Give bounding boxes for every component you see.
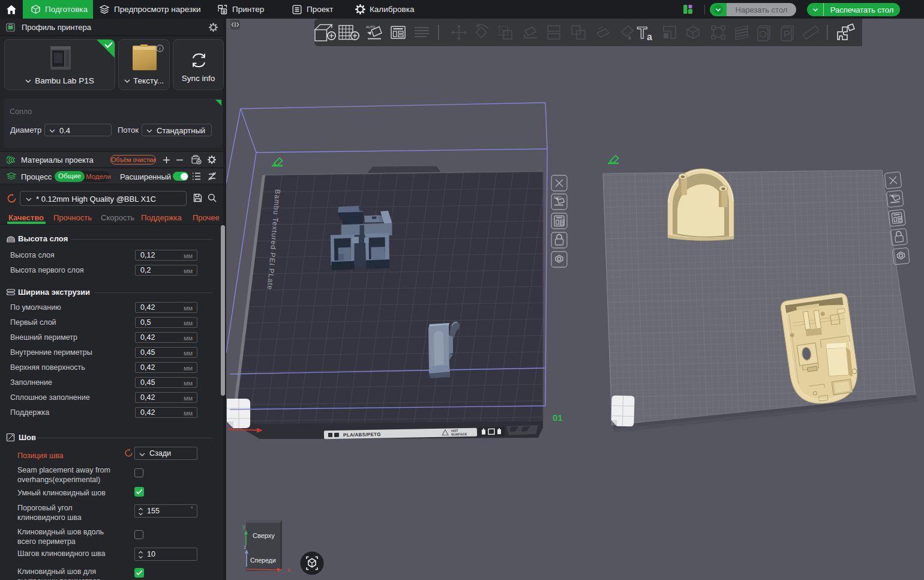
svg-text:T: T <box>637 24 647 42</box>
svg-text:01: 01 <box>553 412 563 423</box>
svg-text:SURFACE: SURFACE <box>451 432 467 436</box>
svg-text:Спереди: Спереди <box>250 557 276 564</box>
svg-text:PLA/ABS/PETG: PLA/ABS/PETG <box>343 432 381 438</box>
svg-text:y: y <box>242 524 245 530</box>
svg-text:AUTO: AUTO <box>366 25 376 29</box>
svg-text:x: x <box>287 566 291 573</box>
svg-text:z: z <box>244 543 247 550</box>
svg-text:a: a <box>647 32 652 42</box>
svg-text:Сверху: Сверху <box>253 532 275 539</box>
